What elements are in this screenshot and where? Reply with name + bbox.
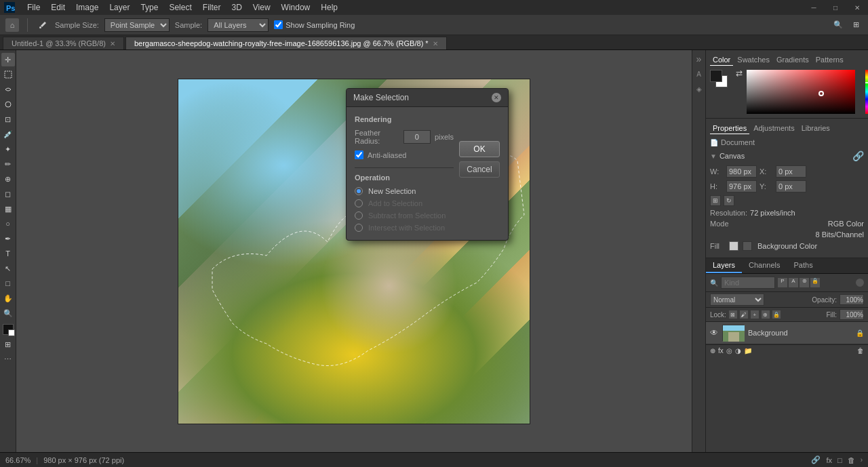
new-selection-radio[interactable] (355, 187, 363, 195)
lock-artboard[interactable]: ⊕ (762, 310, 770, 319)
patterns-tab[interactable]: Patterns (813, 54, 846, 66)
layer-group-button[interactable]: 📁 (744, 347, 752, 354)
panel-icon-1[interactable]: A (693, 68, 705, 80)
intersect-selection-radio[interactable] (355, 224, 363, 232)
brush-tool[interactable]: ✏ (1, 157, 15, 171)
channels-tab[interactable]: Channels (742, 258, 787, 273)
path-selection[interactable]: ↖ (1, 262, 15, 275)
feather-radius-input[interactable] (403, 130, 431, 144)
edit-mode-toggle[interactable]: ⊞ (1, 338, 15, 351)
gradient-tool[interactable]: ▦ (1, 202, 15, 216)
workspace-button[interactable]: ⊞ (849, 18, 863, 32)
layer-filter-1[interactable]: P (778, 278, 787, 287)
panel-icon-2[interactable]: ◈ (693, 83, 705, 95)
status-link-button[interactable]: 🔗 (811, 455, 821, 464)
lock-all[interactable]: 🔒 (772, 310, 781, 319)
lock-image[interactable]: 🖌 (740, 310, 748, 319)
minimize-button[interactable]: ─ (803, 0, 825, 15)
menu-3d[interactable]: 3D (226, 1, 247, 14)
dialog-close-button[interactable]: ✕ (492, 93, 501, 102)
hue-bar[interactable] (865, 70, 868, 114)
move-tool[interactable]: ✛ (1, 53, 15, 66)
tab-bergamasco[interactable]: bergamasco-sheepdog-watching-royalty-fre… (125, 37, 447, 49)
layer-adjustment-button[interactable]: ◑ (735, 347, 741, 354)
zoom-tool[interactable]: 🔍 (1, 306, 15, 320)
height-input[interactable] (726, 180, 757, 192)
menu-select[interactable]: Select (163, 1, 197, 14)
subtract-selection-radio[interactable] (355, 211, 363, 220)
close-button[interactable]: ✕ (846, 0, 868, 15)
lock-transparent[interactable]: ⊠ (729, 310, 737, 319)
status-new-layer[interactable]: □ (837, 456, 842, 464)
add-layer-button[interactable]: ⊕ (710, 347, 715, 354)
swatches-tab[interactable]: Swatches (734, 54, 772, 66)
clone-stamp[interactable]: ⊕ (1, 172, 15, 186)
show-sampling-ring-checkbox[interactable] (274, 20, 283, 29)
menu-image[interactable]: Image (71, 1, 104, 14)
tab-untitled[interactable]: Untitled-1 @ 33.3% (RGB/8) ✕ (3, 37, 124, 49)
type-tool[interactable]: T (1, 247, 15, 260)
menu-window[interactable]: Window (276, 1, 316, 14)
selection-tools[interactable] (1, 68, 15, 81)
canvas-fit-button[interactable]: ⊞ (710, 195, 721, 206)
layers-tab[interactable]: Layers (706, 258, 742, 273)
search-button[interactable]: 🔍 (831, 18, 845, 32)
sample-size-select[interactable]: Point Sample (104, 18, 170, 32)
fill-swatch[interactable] (729, 241, 738, 251)
opacity-input[interactable] (840, 294, 864, 305)
gradients-tab[interactable]: Gradients (774, 54, 812, 66)
swap-colors[interactable]: ⇄ (736, 68, 743, 75)
sample-select[interactable]: All Layers (208, 18, 269, 32)
fill-input[interactable] (840, 309, 864, 320)
make-selection-dialog[interactable]: Make Selection ✕ Rendering Feather Radiu… (346, 88, 509, 241)
maximize-button[interactable]: □ (825, 0, 846, 15)
menu-edit[interactable]: Edit (45, 1, 71, 14)
blend-mode-select[interactable]: Normal (710, 293, 764, 306)
extra-tools[interactable]: ⋯ (1, 352, 15, 366)
hand-tool[interactable]: ✋ (1, 291, 15, 305)
intersect-selection-option[interactable]: Intersect with Selection (355, 224, 454, 232)
menu-type[interactable]: Type (135, 1, 163, 14)
menu-layer[interactable]: Layer (104, 1, 135, 14)
add-selection-radio[interactable] (355, 199, 363, 207)
crop-tool[interactable]: ⊡ (1, 113, 15, 126)
status-arrow[interactable]: › (861, 456, 863, 464)
pen-tool[interactable]: ✒ (1, 232, 15, 245)
canvas-expand[interactable]: ▼ (710, 153, 717, 160)
menu-help[interactable]: Help (315, 1, 343, 14)
layer-filter-toggle[interactable] (856, 279, 864, 287)
fill-swatch-2[interactable] (743, 241, 752, 251)
delete-layer-button[interactable]: 🗑 (857, 347, 864, 354)
paths-tab[interactable]: Paths (787, 258, 820, 273)
show-sampling-ring-label[interactable]: Show Sampling Ring (274, 20, 355, 29)
ok-button[interactable]: OK (459, 141, 500, 157)
collapse-button[interactable]: » (693, 53, 705, 65)
quick-selection-tool[interactable] (1, 98, 15, 111)
eyedropper-tool[interactable] (36, 18, 50, 32)
width-input[interactable] (726, 165, 757, 178)
color-gradient[interactable] (747, 70, 855, 114)
y-input[interactable] (776, 180, 806, 192)
layer-filter-3[interactable]: ⊛ (800, 278, 809, 287)
menu-file[interactable]: File (22, 1, 45, 14)
status-fx-button[interactable]: fx (826, 456, 832, 464)
anti-aliased-checkbox[interactable] (355, 150, 363, 159)
dodge-tool[interactable]: ○ (1, 217, 15, 230)
foreground-color[interactable] (710, 70, 722, 82)
menu-filter[interactable]: Filter (197, 1, 226, 14)
lasso-tool[interactable] (1, 83, 15, 96)
menu-view[interactable]: View (248, 1, 276, 14)
home-button[interactable]: ⌂ (5, 18, 19, 32)
layer-visibility-toggle[interactable]: 👁 (710, 328, 718, 338)
new-selection-option[interactable]: New Selection (355, 187, 454, 195)
layer-effects-button[interactable]: fx (718, 347, 724, 354)
layer-mask-button[interactable]: ◎ (726, 347, 732, 354)
lock-position[interactable]: + (751, 310, 759, 319)
eyedropper-left[interactable]: 💉 (1, 127, 15, 141)
x-input[interactable] (776, 165, 806, 178)
eraser-tool[interactable]: ◻ (1, 187, 15, 201)
layer-filter-2[interactable]: A (789, 278, 798, 287)
tab-bergamasco-close[interactable]: ✕ (433, 40, 438, 47)
subtract-selection-option[interactable]: Subtract from Selection (355, 211, 454, 220)
canvas-rotate-button[interactable]: ↻ (724, 195, 734, 206)
